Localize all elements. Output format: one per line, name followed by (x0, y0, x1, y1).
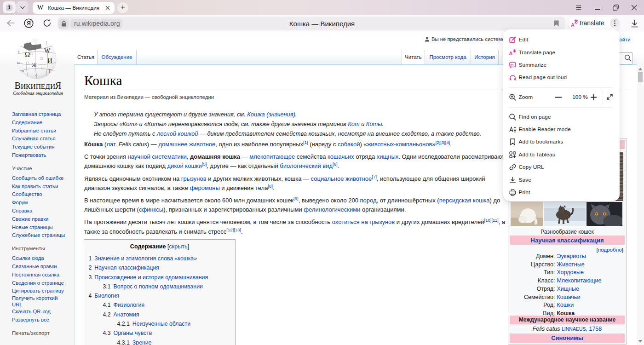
svg-text:И: И (47, 57, 52, 64)
svg-text:W: W (44, 47, 51, 54)
svg-text:ε: ε (18, 49, 20, 53)
svg-text:A: A (509, 50, 513, 56)
svg-text:ω: ω (17, 60, 20, 65)
svg-text:π: π (22, 68, 24, 73)
svg-text:Я: Я (27, 20, 31, 27)
svg-text:δ: δ (35, 73, 37, 77)
svg-text:Ω: Ω (25, 51, 30, 58)
svg-text:A: A (571, 22, 575, 28)
svg-text:Ж: Ж (32, 62, 37, 69)
svg-text:Γ: Γ (48, 68, 52, 75)
